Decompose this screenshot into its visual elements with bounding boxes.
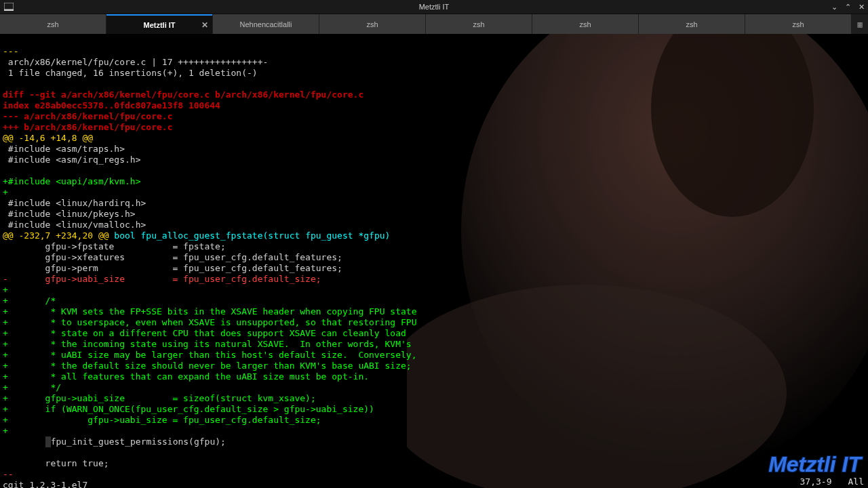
terminal-viewport[interactable]: --- arch/x86/kernel/fpu/core.c | 17 ++++… — [0, 34, 868, 488]
minimize-button[interactable]: ⌄ — [827, 0, 841, 14]
tab-label: zsh — [473, 20, 484, 28]
diff-ctx-include-3: #include <linux/hardirq.h> — [3, 198, 146, 208]
svg-rect-4 — [4, 9, 14, 11]
tab-7[interactable]: zsh — [745, 14, 851, 34]
diff-eof-dash: -- — [3, 469, 14, 479]
diff-hunk-1: @@ -14,6 +14,8 @@ — [3, 133, 93, 143]
diff-add-b2: + * KVM sets the FP+SSE bits in the XSAV… — [3, 306, 416, 317]
tab-label: Metztli IT — [143, 21, 175, 29]
diff-add-b5: + * the incoming state using its natural… — [3, 339, 412, 349]
tab-3[interactable]: zsh — [319, 14, 425, 34]
tab-overview-button[interactable]: ▦ — [852, 14, 868, 34]
text-cursor — [45, 436, 51, 447]
diff-plus-file: +++ b/arch/x86/kernel/fpu/core.c — [3, 122, 172, 132]
tab-bar: zsh Metztli IT ✕ Nehnencacitlalli zsh zs… — [0, 14, 868, 34]
svg-rect-3 — [4, 3, 14, 9]
diff-add-b0: + — [3, 285, 8, 295]
tab-6[interactable]: zsh — [639, 14, 745, 34]
diff-add-c0: + gfpu->uabi_size = sizeof(struct kvm_xs… — [3, 393, 316, 403]
vim-status-bar: 37,3-9 All — [800, 476, 864, 487]
diff-ctx-include-2: #include <asm/irq_regs.h> — [3, 155, 141, 165]
tab-2[interactable]: Nehnencacitlalli — [213, 14, 319, 34]
cgit-version: cgit 1.2.3-1.el7 — [3, 480, 87, 488]
diff-add-c1: + if (WARN_ON_ONCE(fpu_user_cfg.default_… — [3, 404, 374, 414]
tab-close-icon[interactable]: ✕ — [201, 20, 208, 30]
diff-ctx-tail1: fpu_init_guest_permissions(gfpu); — [3, 436, 226, 447]
diff-ctx-tail2: return true; — [3, 458, 109, 468]
diff-add-b9: + */ — [3, 382, 61, 392]
diff-del-a1: - gfpu->uabi_size = fpu_user_cfg.default… — [3, 274, 321, 284]
scroll-position: All — [848, 476, 864, 487]
diff-ctx-a3: gfpu->perm = fpu_user_cfg.default_featur… — [3, 263, 342, 273]
diff-ctx-blank — [3, 447, 8, 458]
tab-0[interactable]: zsh — [0, 14, 106, 34]
diff-ctx-include-4: #include <linux/pkeys.h> — [3, 209, 136, 219]
diff-add-c3: + — [3, 426, 8, 436]
diff-add-b1: + /* — [3, 296, 56, 306]
diff-ctx-include-5: #include <linux/vmalloc.h> — [3, 220, 146, 230]
tab-1[interactable]: Metztli IT ✕ — [106, 14, 212, 34]
diff-summary-2: 1 file changed, 16 insertions(+), 1 dele… — [3, 68, 258, 78]
diff-index-line: index e28ab0ecc5378..0fdc807ae13f8 10064… — [3, 100, 220, 110]
diff-dashes: --- — [3, 46, 18, 56]
tab-label: zsh — [686, 20, 697, 28]
diff-add-b6: + * uABI size may be larger than this ho… — [3, 350, 416, 360]
tab-label: Nehnencacitlalli — [239, 20, 292, 28]
tab-4[interactable]: zsh — [426, 14, 532, 34]
diff-git-line: diff --git a/arch/x86/kernel/fpu/core.c … — [3, 89, 363, 100]
diff-add-b7: + * the default size should never be lar… — [3, 361, 412, 371]
diff-add-blank-1: + — [3, 187, 8, 197]
diff-ctx-include-1: #include <asm/traps.h> — [3, 144, 125, 154]
diff-add-b8: + * all features that can expand the uAB… — [3, 371, 369, 382]
tab-label: zsh — [366, 20, 378, 28]
tab-5[interactable]: zsh — [532, 14, 638, 34]
diff-add-c2: + gfpu->uabi_size = fpu_user_cfg.default… — [3, 415, 321, 425]
diff-ctx-a2: gfpu->xfeatures = fpu_user_cfg.default_f… — [3, 252, 342, 262]
window-titlebar: Metztli IT ⌄ ⌃ ✕ — [0, 0, 868, 14]
diff-ctx-a1: gfpu->fpstate = fpstate; — [3, 241, 226, 251]
diff-hunk-2: @@ -232,7 +234,20 @@ bool fpu_alloc_gues… — [3, 230, 390, 241]
cursor-position: 37,3-9 — [800, 476, 832, 487]
diff-summary-1: arch/x86/kernel/fpu/core.c | 17 ++++++++… — [3, 57, 268, 67]
maximize-button[interactable]: ⌃ — [841, 0, 854, 14]
tab-label: zsh — [579, 20, 591, 28]
diff-add-include: +#include <uapi/asm/kvm.h> — [3, 176, 141, 186]
diff-add-b3: + * to userspace, even when XSAVE is uns… — [3, 317, 416, 327]
close-window-button[interactable]: ✕ — [854, 0, 868, 14]
terminal-app-icon — [3, 2, 15, 12]
diff-minus-file: --- a/arch/x86/kernel/fpu/core.c — [3, 111, 172, 121]
diff-add-b4: + * state on a different CPU that does s… — [3, 328, 406, 338]
tab-label: zsh — [792, 20, 804, 28]
tab-label: zsh — [47, 20, 58, 28]
window-title: Metztli IT — [0, 3, 868, 11]
